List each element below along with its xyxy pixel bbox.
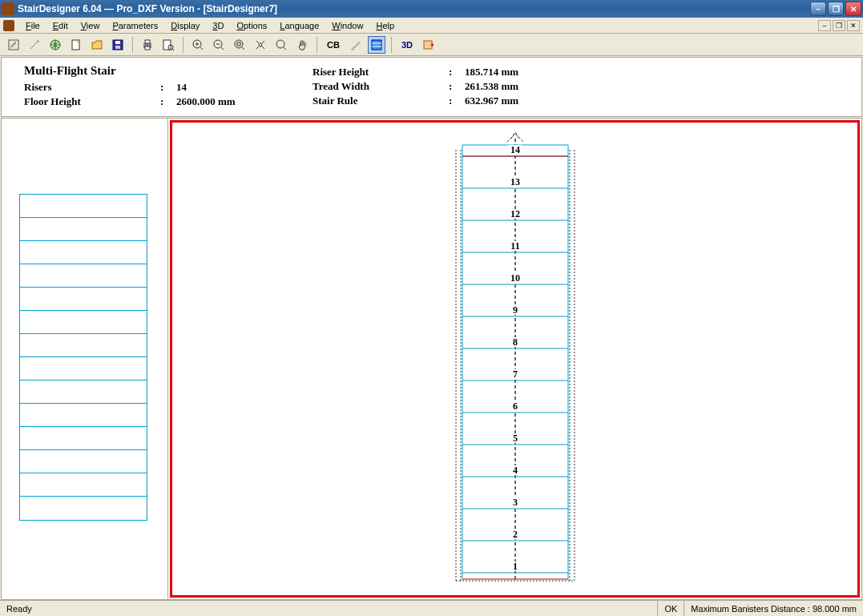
toolbar-separator [132,37,133,53]
overview-step [20,404,147,427]
svg-point-24 [276,40,284,48]
tread-width-label: Tread Width [313,80,449,93]
step-number: 1 [513,561,518,572]
floor-height-value: 2600.000 mm [176,95,236,108]
maximize-button[interactable]: ❐ [828,2,844,16]
stair-type-title: Multi-Flight Stair [24,64,313,78]
svg-rect-5 [115,41,120,44]
zoom-fit-button[interactable] [231,36,248,54]
overview-step [20,195,147,218]
tool-button-2[interactable] [26,36,43,54]
step-number: 9 [513,304,518,316]
svg-line-25 [284,47,286,50]
stair-info-panel: Multi-Flight Stair Risers : 14 Floor Hei… [1,57,862,117]
step-number: 10 [510,272,520,284]
menu-3d[interactable]: 3D [206,19,230,32]
step-number: 7 [513,368,518,380]
step-number: 14 [510,144,520,155]
overview-step [20,241,147,264]
status-bar: Ready OK Maximum Banisters Distance : 98… [0,600,863,616]
new-stair-button[interactable] [5,36,22,54]
toolbar-separator [317,37,317,53]
export-button[interactable] [420,36,438,54]
zoom-out-button[interactable] [210,36,228,54]
print-button[interactable] [139,36,156,54]
menu-language[interactable]: Language [273,19,325,32]
menu-window[interactable]: Window [325,19,369,32]
svg-line-14 [200,47,203,50]
zoom-in-button[interactable] [189,36,207,54]
overview-panel[interactable] [2,119,168,599]
zoom-window-button[interactable] [272,36,290,54]
svg-rect-0 [9,40,18,50]
menu-display[interactable]: Display [164,19,206,32]
stair-overview[interactable] [19,194,147,521]
mdi-close-button[interactable]: ✕ [847,20,860,31]
open-file-button[interactable] [88,36,106,54]
riser-height-value: 185.714 mm [465,66,518,79]
step-number: 11 [510,240,519,252]
zoom-all-button[interactable] [252,36,269,54]
mdi-minimize-button[interactable]: – [818,20,831,31]
overview-step [20,450,147,473]
floor-height-label: Floor Height [24,95,160,108]
svg-rect-9 [145,46,150,50]
menu-options[interactable]: Options [230,19,273,32]
stair-tool-button[interactable] [347,36,365,54]
pan-button[interactable] [293,36,311,54]
step-number: 12 [510,208,520,219]
step-number: 2 [513,529,518,540]
step-number: 6 [513,401,518,412]
status-ready: Ready [0,601,658,616]
menu-view[interactable]: View [75,19,107,32]
overview-step [20,311,147,334]
svg-rect-22 [237,42,240,46]
window-title: StairDesigner 6.04 — Pro_DXF Version - [… [18,3,810,14]
svg-line-18 [221,47,224,50]
view-mode-button[interactable] [368,36,385,54]
overview-step [20,357,147,380]
overview-step [20,473,147,497]
globe-button[interactable] [46,36,64,54]
tread-width-value: 261.538 mm [465,80,518,93]
stair-rule-label: Stair Rule [313,95,449,107]
svg-line-12 [172,49,174,50]
overview-step [20,288,147,311]
app-icon [2,2,14,15]
close-button[interactable]: ✕ [845,2,861,16]
overview-step [20,497,147,520]
svg-point-23 [259,43,262,46]
svg-point-20 [235,40,243,48]
riser-height-label: Riser Height [313,66,449,79]
window-controls: – ❐ ✕ [810,2,861,16]
risers-value: 14 [176,81,187,94]
workspace: 1413121110987654321 [1,118,862,600]
mdi-restore-button[interactable]: ❐ [833,20,845,31]
step-number: 4 [513,465,518,476]
svg-line-21 [242,47,244,50]
stair-plan-view[interactable]: 1413121110987654321 [451,139,579,587]
print-preview-button[interactable] [159,36,177,54]
toolbar: CB 3D [0,34,863,56]
save-button[interactable] [109,36,127,54]
overview-step [20,264,147,288]
overview-step [20,427,147,450]
toolbar-separator [183,37,183,53]
menu-parameters[interactable]: Parameters [106,19,164,32]
svg-rect-8 [145,40,150,43]
overview-step [20,380,147,404]
3d-button[interactable]: 3D [397,36,417,54]
menu-file[interactable]: File [19,19,46,32]
stair-rule-value: 632.967 mm [465,95,518,107]
status-banisters: Maximum Banisters Distance : 98.000 mm [684,601,863,616]
toolbar-separator [391,37,392,53]
new-file-button[interactable] [67,36,85,54]
overview-step [20,218,147,241]
overview-step [20,334,147,357]
minimize-button[interactable]: – [810,2,826,16]
main-canvas[interactable]: 1413121110987654321 [170,120,860,598]
svg-rect-26 [372,40,381,50]
menu-help[interactable]: Help [369,19,401,32]
cb-button[interactable]: CB [323,36,344,54]
menu-edit[interactable]: Edit [46,19,75,32]
